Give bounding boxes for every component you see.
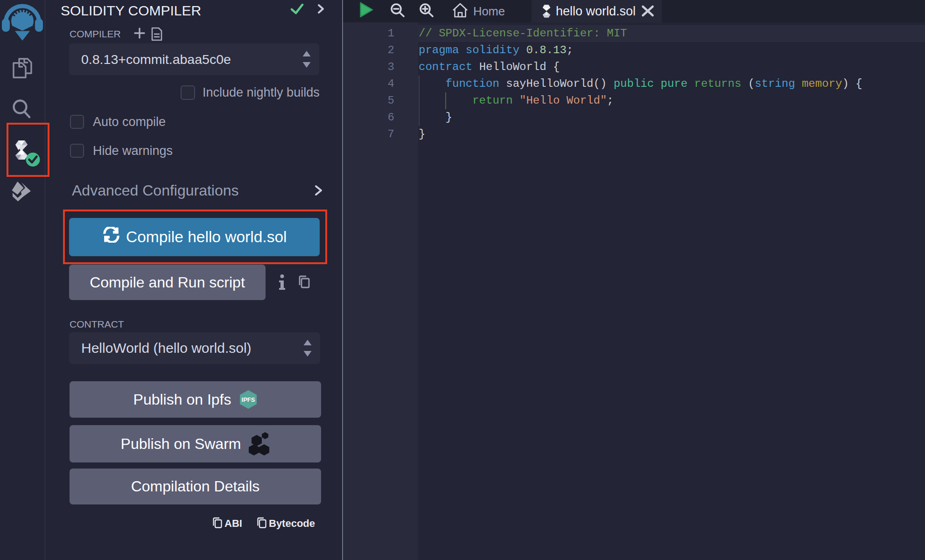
- svg-text:IPFS: IPFS: [242, 396, 255, 403]
